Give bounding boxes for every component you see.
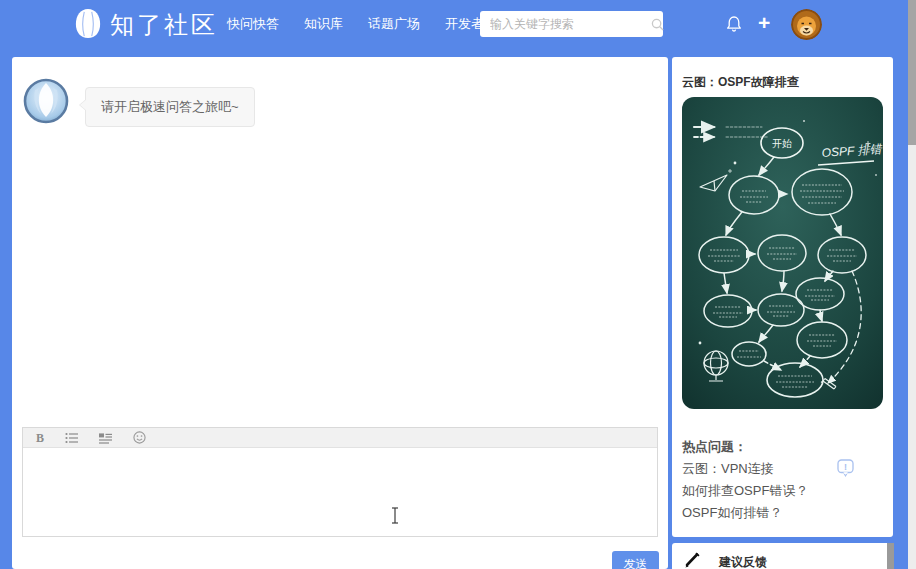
site-title: 知了社区 — [110, 9, 218, 41]
cicada-logo-icon — [74, 7, 102, 43]
message-editor: B — [22, 427, 658, 537]
sidebar-scrollbar-thumb[interactable] — [887, 543, 894, 569]
bullet-list-icon[interactable] — [65, 432, 78, 444]
question-vpn-cloud-map[interactable]: 云图：VPN连接 — [682, 458, 808, 480]
hint-bubble-icon[interactable]: ! — [837, 459, 854, 482]
chat-panel: 请开启极速问答之旅吧~ B — [12, 57, 668, 569]
user-avatar[interactable] — [791, 9, 822, 40]
question-ospf-debugging[interactable]: OSPF如何排错？ — [682, 502, 808, 524]
search-input[interactable] — [480, 17, 651, 31]
nav-topic-plaza[interactable]: 话题广场 — [368, 15, 420, 33]
page-scrollbar-track[interactable] — [908, 0, 916, 569]
cloud-map-title: 云图：OSPF故障排查 — [682, 74, 799, 91]
svg-text:!: ! — [844, 462, 847, 472]
create-post-button[interactable]: + — [758, 10, 770, 36]
message-input-area — [23, 448, 657, 536]
feedback-label: 建议反馈 — [719, 554, 767, 569]
send-button[interactable]: 发送 — [612, 551, 659, 569]
top-navbar: 知了社区 快问快答 知识库 话题广场 开发者社区 + — [0, 0, 908, 47]
bot-avatar — [23, 78, 69, 124]
hot-questions-list: 云图：VPN连接 如何排查OSPF错误？ OSPF如何排错？ — [682, 458, 808, 524]
page-scrollbar-thumb[interactable] — [908, 0, 916, 145]
ospf-troubleshooting-image[interactable]: OSPF 排错 开始 — [682, 97, 883, 409]
hot-questions-title: 热点问题： — [682, 438, 747, 456]
pencil-icon — [684, 552, 701, 569]
svg-text:开始: 开始 — [772, 138, 792, 149]
bold-button[interactable]: B — [36, 428, 44, 448]
quote-block-icon[interactable] — [99, 432, 112, 444]
message-input[interactable] — [23, 448, 657, 536]
feedback-panel[interactable]: 建议反馈 — [672, 543, 893, 569]
sidebar-panel: 云图：OSPF故障排查 — [672, 57, 893, 537]
editor-toolbar: B — [23, 428, 657, 448]
search-icon[interactable] — [651, 18, 670, 31]
search-bar[interactable] — [480, 11, 663, 37]
main-nav: 快问快答 知识库 话题广场 开发者社区 — [227, 0, 510, 47]
question-troubleshoot-ospf-errors[interactable]: 如何排查OSPF错误？ — [682, 480, 808, 502]
bot-message-bubble: 请开启极速问答之旅吧~ — [85, 87, 255, 127]
bot-message-row: 请开启极速问答之旅吧~ — [23, 78, 255, 127]
nav-quick-qa[interactable]: 快问快答 — [227, 15, 279, 33]
emoji-icon[interactable] — [133, 431, 146, 444]
notification-bell-icon[interactable] — [725, 15, 743, 33]
site-logo[interactable]: 知了社区 — [74, 7, 218, 43]
feedback-row: 建议反馈 — [684, 552, 767, 569]
nav-knowledge-base[interactable]: 知识库 — [304, 15, 343, 33]
